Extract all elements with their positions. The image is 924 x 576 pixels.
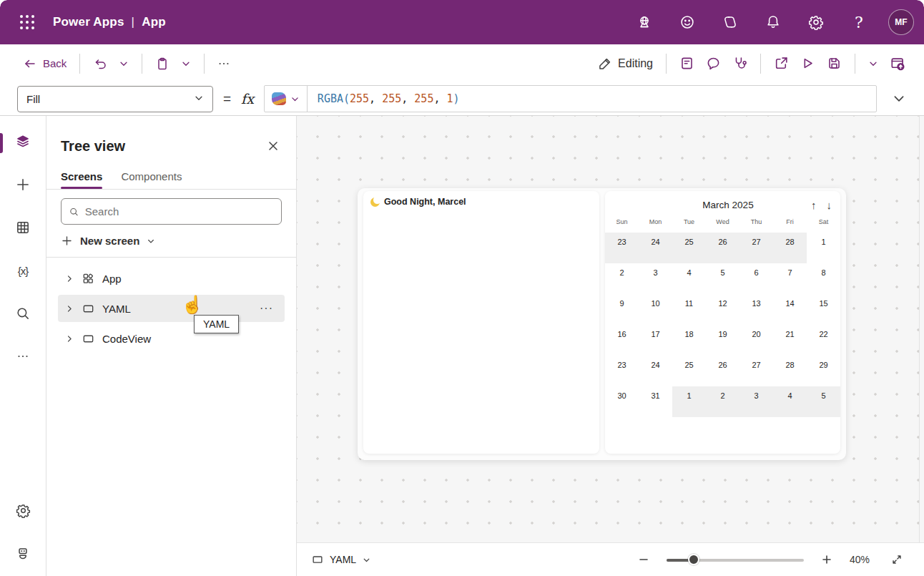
calendar-day[interactable]: 23 [605,356,639,386]
save-menu-chevron-icon[interactable] [862,54,884,73]
tree-search-box[interactable] [61,198,282,225]
copilot-icon[interactable] [717,9,744,36]
feedback-smiley-icon[interactable] [674,9,701,36]
formula-expression[interactable]: RGBA(255, 255, 255, 1) [308,86,470,112]
formula-input[interactable]: RGBA(255, 255, 255, 1) [264,85,877,112]
calendar-day[interactable]: 3 [639,263,672,294]
more-rail-icon[interactable] [10,343,36,369]
design-canvas[interactable]: Good Night, Marcel March 2025 ↑ ↓ SunMon… [297,116,924,576]
app-launcher-waffle-icon[interactable] [14,9,40,35]
calendar-day[interactable]: 27 [739,233,773,263]
calendar-day[interactable]: 18 [672,325,706,356]
paste-menu-chevron-icon[interactable] [175,54,197,73]
fit-to-window-icon[interactable] [887,550,907,570]
calendar-day[interactable]: 30 [605,386,639,417]
tree-item-yaml[interactable]: YAML ··· [58,295,285,322]
calendar-day[interactable]: 5 [706,263,739,294]
calendar-day[interactable]: 2 [706,386,739,417]
calendar-day[interactable]: 4 [672,263,706,294]
calendar-day[interactable]: 1 [807,233,840,263]
calendar-day[interactable]: 19 [706,325,739,356]
calendar-day[interactable]: 6 [739,263,773,294]
calendar-day[interactable]: 4 [773,386,807,417]
copilot-notes-button[interactable] [674,52,700,75]
share-button[interactable] [768,52,795,75]
formula-copilot-button[interactable] [265,86,308,112]
settings-gear-icon[interactable] [802,9,830,36]
undo-menu-chevron-icon[interactable] [113,54,134,73]
calendar-day[interactable]: 11 [672,294,706,325]
calendar-day[interactable]: 24 [639,233,672,263]
calendar-day[interactable]: 13 [739,294,773,325]
more-commands-button[interactable] [212,53,236,74]
calendar-day[interactable]: 2 [605,263,639,294]
greeting-container[interactable]: Good Night, Marcel [363,191,599,454]
calendar-control[interactable]: March 2025 ↑ ↓ SunMonTueWedThuFriSat 232… [605,191,840,454]
insert-plus-icon[interactable] [10,172,36,197]
calendar-day[interactable]: 28 [773,233,807,263]
calendar-day[interactable]: 27 [739,356,773,386]
calendar-day[interactable]: 14 [773,294,807,325]
zoom-slider[interactable] [667,554,804,565]
calendar-day[interactable]: 28 [773,356,807,386]
zoom-in-button[interactable] [817,550,837,570]
current-screen-selector[interactable]: YAML [311,553,371,566]
paste-button[interactable] [149,52,175,75]
app-checker-stethoscope-icon[interactable] [727,52,753,75]
help-icon[interactable]: ? [845,9,873,36]
play-preview-button[interactable] [795,52,821,75]
calendar-prev-icon[interactable]: ↑ [811,199,817,211]
undo-button[interactable] [87,52,113,75]
save-button[interactable] [821,52,847,75]
back-button[interactable]: Back [17,52,72,75]
tree-search-input[interactable] [85,205,274,218]
calendar-day[interactable]: 24 [639,356,672,386]
calendar-day[interactable]: 26 [706,356,739,386]
calendar-day[interactable]: 21 [773,325,807,356]
data-table-icon[interactable] [10,215,36,240]
calendar-day[interactable]: 25 [672,356,706,386]
search-rail-icon[interactable] [10,301,36,326]
calendar-day[interactable]: 26 [706,233,739,263]
close-panel-icon[interactable] [262,135,285,157]
publish-button[interactable] [884,52,911,76]
calendar-day[interactable]: 29 [807,356,840,386]
calendar-day[interactable]: 23 [605,233,639,263]
calendar-day[interactable]: 31 [639,386,672,417]
calendar-day[interactable]: 16 [605,325,639,356]
formula-bar-expand-chevron-icon[interactable] [887,87,911,111]
calendar-day[interactable]: 9 [605,294,639,325]
comments-button[interactable] [700,52,727,75]
calendar-day[interactable]: 20 [739,325,773,356]
screen-preview[interactable]: Good Night, Marcel March 2025 ↑ ↓ SunMon… [358,188,846,460]
environment-icon[interactable] [631,9,658,36]
tree-item-more-icon[interactable]: ··· [255,302,277,315]
calendar-day[interactable]: 25 [672,233,706,263]
notifications-bell-icon[interactable] [760,9,787,36]
property-selector[interactable]: Fill [17,86,213,112]
calendar-day[interactable]: 5 [807,386,840,417]
tree-view-rail-icon[interactable] [10,129,36,155]
rail-settings-gear-icon[interactable] [10,497,36,523]
calendar-day[interactable]: 3 [739,386,773,417]
calendar-day[interactable]: 15 [807,294,840,325]
new-screen-button[interactable]: New screen [46,226,296,258]
user-avatar[interactable]: MF [888,9,914,35]
calendar-day[interactable]: 1 [672,386,706,417]
tree-item-codeview[interactable]: CodeView [58,325,285,352]
calendar-day[interactable]: 22 [807,325,840,356]
tab-components[interactable]: Components [121,165,182,189]
editing-mode-button[interactable]: Editing [592,52,659,75]
tree-item-app[interactable]: App [58,265,285,292]
zoom-slider-thumb[interactable] [688,554,699,565]
virtual-agent-robot-icon[interactable] [10,540,36,566]
calendar-day[interactable]: 12 [706,294,739,325]
zoom-out-button[interactable] [634,550,654,570]
calendar-next-icon[interactable]: ↓ [827,199,832,211]
variables-icon[interactable]: {x} [10,258,36,283]
tab-screens[interactable]: Screens [61,165,102,189]
calendar-day[interactable]: 10 [639,294,672,325]
calendar-day[interactable]: 17 [639,325,672,356]
calendar-day[interactable]: 7 [773,263,807,294]
calendar-day[interactable]: 8 [807,263,840,294]
